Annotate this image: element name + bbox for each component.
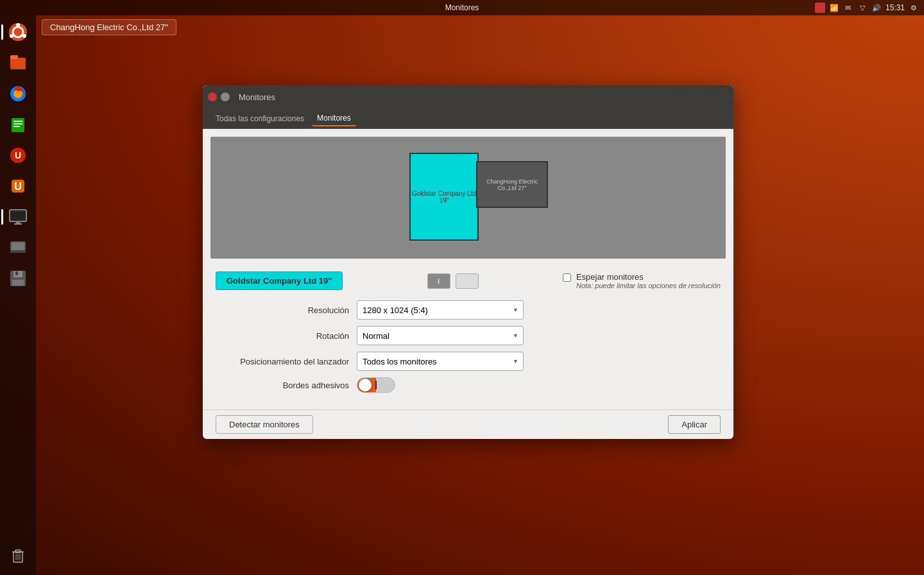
app5-icon: U	[8, 176, 28, 196]
svg-point-3	[22, 34, 26, 38]
launcher-row: Posicionamiento del lanzador Todos los m…	[216, 352, 721, 371]
monitor-block-changhong[interactable]: ChangHong Electric Co.,Ltd 27"	[476, 161, 548, 208]
changhong-label: ChangHong Electric Co.,Ltd 27"	[477, 178, 547, 191]
svg-rect-10	[13, 121, 22, 122]
sticky-toggle[interactable]	[357, 377, 395, 393]
topbar: Monitores 📶 ✉ ▽ 🔊 15:31 ⚙	[0, 0, 924, 15]
svg-point-2	[16, 23, 20, 27]
monitor-label-row: Goldstar Company Ltd 19" I Espejar monit…	[216, 271, 721, 290]
topbar-icons: 📶 ✉ ▽ 🔊 15:31 ⚙	[815, 3, 919, 13]
settings-icon[interactable]: ⚙	[909, 3, 919, 13]
mirror-row: Espejar monitores Nota: puede limitar la…	[563, 272, 721, 289]
ubuntu-logo-icon	[8, 22, 28, 42]
svg-rect-31	[15, 550, 21, 553]
sticky-row: Bordes adhesivos	[216, 377, 721, 393]
sidebar-item-firefox[interactable]	[4, 80, 32, 108]
rotation-row: Rotación Normal En sentido antihorario E…	[216, 326, 721, 345]
monitor-block-goldstar[interactable]: Goldstar Company Ltd 19"	[409, 153, 479, 241]
app4-icon: U	[8, 145, 28, 166]
svg-rect-24	[10, 250, 26, 253]
svg-rect-19	[11, 211, 25, 220]
files-icon	[8, 53, 28, 73]
svg-rect-11	[13, 123, 22, 124]
clock: 15:31	[886, 3, 905, 12]
nav-all-settings[interactable]: Todas las configuraciones	[210, 112, 309, 126]
network-icon: 📶	[829, 3, 839, 13]
toggle-off-label: I	[438, 277, 440, 285]
resolution-select[interactable]: 1280 x 1024 (5:4) 1024 x 768 (4:3) 800 x…	[357, 300, 524, 320]
svg-text:U: U	[14, 181, 22, 192]
svg-rect-23	[12, 243, 24, 252]
topbar-title: Monitores	[445, 3, 479, 12]
nav-monitors[interactable]: Monitores	[312, 111, 356, 126]
sidebar-item-save[interactable]	[4, 264, 32, 293]
firefox-icon	[8, 83, 28, 104]
resolution-row: Resolución 1280 x 1024 (5:4) 1024 x 768 …	[216, 300, 721, 320]
toggle-on-button[interactable]	[456, 273, 479, 289]
monitor-toggle-row: I	[427, 273, 479, 289]
sticky-toggle-knob	[359, 379, 372, 391]
dialog-close-button[interactable]	[208, 92, 217, 101]
svg-rect-21	[14, 223, 22, 225]
svg-rect-27	[15, 271, 18, 275]
rotation-label: Rotación	[216, 331, 357, 341]
mirror-label-group: Espejar monitores Nota: puede limitar la…	[576, 272, 721, 289]
goldstar-label: Goldstar Company Ltd 19"	[411, 190, 477, 204]
taskbar-monitors-button[interactable]: ChangHong Electric Co.,Ltd 27"	[42, 19, 176, 35]
dialog-title: Monitores	[239, 92, 728, 102]
buttons-row: Detectar monitores Aplicar	[203, 409, 733, 439]
svg-rect-9	[12, 118, 24, 132]
launcher-label: Posicionamiento del lanzador	[216, 357, 357, 366]
svg-rect-28	[12, 280, 24, 286]
sidebar-item-monitor[interactable]	[4, 203, 32, 231]
trash-icon	[8, 545, 28, 566]
sidebar-item-trash[interactable]	[4, 542, 32, 570]
detect-button[interactable]: Detectar monitores	[216, 415, 313, 434]
mirror-checkbox[interactable]	[563, 273, 571, 282]
wifi-icon: ▽	[857, 3, 868, 13]
mirror-note: Nota: puede limitar las opciones de reso…	[576, 282, 721, 289]
monitor-preview-area: Goldstar Company Ltd 19" ChangHong Elect…	[210, 137, 726, 259]
svg-rect-6	[10, 55, 18, 59]
power-icon[interactable]	[815, 3, 825, 13]
sidebar-item-home[interactable]	[4, 18, 32, 46]
dialog-nav: Todas las configuraciones Monitores	[203, 108, 733, 129]
svg-point-4	[10, 34, 13, 38]
screenshot-icon	[8, 237, 28, 258]
sidebar-item-app4[interactable]: U	[4, 141, 32, 169]
resolution-select-wrapper: 1280 x 1024 (5:4) 1024 x 768 (4:3) 800 x…	[357, 300, 524, 320]
sticky-label: Bordes adhesivos	[216, 381, 357, 390]
monitor-icon	[8, 207, 28, 227]
active-monitor-label: Goldstar Company Ltd 19"	[216, 271, 343, 290]
sidebar: U U	[0, 15, 36, 575]
rotation-select[interactable]: Normal En sentido antihorario En sentido…	[357, 326, 524, 345]
libreoffice-icon	[8, 114, 28, 135]
sidebar-item-files[interactable]	[4, 49, 32, 77]
sidebar-item-screenshot[interactable]	[4, 234, 32, 262]
controls-area: Goldstar Company Ltd 19" I Espejar monit…	[203, 266, 733, 409]
mail-icon: ✉	[843, 3, 853, 13]
svg-text:U: U	[15, 150, 21, 160]
svg-rect-20	[16, 221, 20, 223]
volume-icon: 🔊	[871, 3, 882, 13]
apply-button[interactable]: Aplicar	[668, 415, 721, 434]
sticky-toggle-line	[375, 381, 377, 390]
launcher-select-wrapper: Todos los monitores Solo monitor princip…	[357, 352, 524, 371]
dialog-titlebar: Monitores	[203, 85, 733, 108]
svg-rect-5	[10, 58, 26, 69]
save-icon	[8, 268, 28, 289]
resolution-label: Resolución	[216, 305, 357, 315]
taskbar-button-label: ChangHong Electric Co.,Ltd 27"	[50, 22, 168, 32]
dialog-minimize-button[interactable]	[221, 92, 230, 101]
rotation-select-wrapper: Normal En sentido antihorario En sentido…	[357, 326, 524, 345]
sidebar-item-app5[interactable]: U	[4, 172, 32, 200]
svg-rect-12	[13, 126, 20, 127]
mirror-label: Espejar monitores	[576, 272, 721, 282]
sidebar-item-libreoffice[interactable]	[4, 110, 32, 139]
toggle-off-button[interactable]: I	[427, 273, 450, 289]
launcher-select[interactable]: Todos los monitores Solo monitor princip…	[357, 352, 524, 371]
monitors-dialog: Monitores Todas las configuraciones Moni…	[203, 85, 733, 439]
